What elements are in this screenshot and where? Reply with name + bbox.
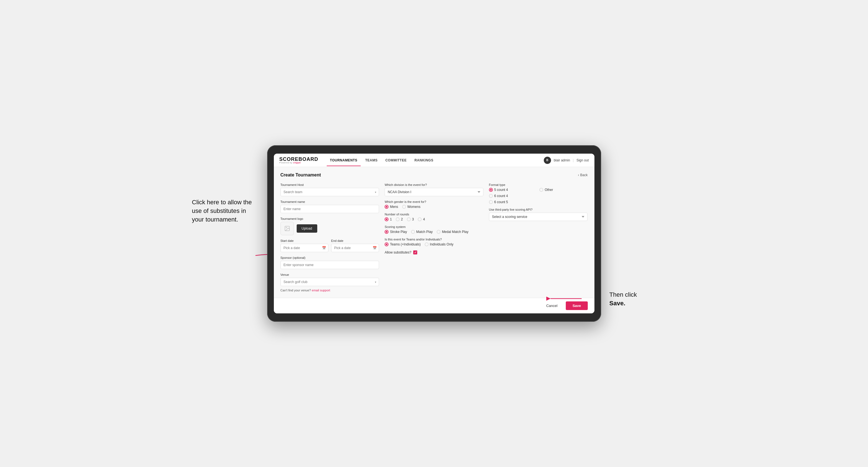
rounds-1-radio[interactable] bbox=[384, 217, 389, 221]
individuals-only-option[interactable]: Individuals Only bbox=[425, 242, 454, 246]
allow-substitutes-checkbox[interactable] bbox=[413, 250, 417, 255]
format-6count4-option[interactable]: 6 count 4 bbox=[489, 194, 537, 198]
rounds-label: Number of rounds bbox=[384, 213, 484, 216]
individuals-only-radio[interactable] bbox=[425, 242, 429, 246]
medal-match-play-option[interactable]: Medal Match Play bbox=[437, 230, 468, 234]
format-other-option[interactable]: Other bbox=[539, 188, 587, 192]
scoring-api-select[interactable]: Select a scoring service bbox=[489, 213, 588, 221]
teams-individuals-option[interactable]: Teams (+Individuals) bbox=[384, 242, 421, 246]
format-6count4-radio[interactable] bbox=[489, 194, 493, 198]
format-type-label: Format type bbox=[489, 183, 588, 186]
event-type-group: Is this event for Teams and/or Individua… bbox=[384, 238, 484, 246]
end-date-wrap: 📅 bbox=[331, 244, 379, 252]
rounds-1-option[interactable]: 1 bbox=[384, 217, 392, 221]
nav-teams[interactable]: TEAMS bbox=[362, 154, 381, 166]
match-play-radio[interactable] bbox=[411, 230, 415, 234]
end-date-input[interactable] bbox=[331, 244, 379, 252]
navbar: SCOREBOARD Powered by clippd TOURNAMENTS… bbox=[274, 154, 594, 167]
gender-mens-option[interactable]: Mens bbox=[384, 205, 398, 209]
tournament-logo-group: Tournament logo Upload bbox=[281, 217, 379, 235]
annotation-left: Click here to allow the use of substitut… bbox=[192, 198, 256, 224]
gender-radio-group: Mens Womens bbox=[384, 205, 484, 209]
nav-links: TOURNAMENTS TEAMS COMMITTEE RANKINGS bbox=[327, 154, 544, 166]
sponsor-input[interactable] bbox=[281, 261, 379, 269]
page-header: Create Tournament ‹ Back bbox=[281, 173, 588, 178]
form-footer: Cancel Save bbox=[274, 298, 594, 313]
form-middle-section: Which division is the event for? NCAA Di… bbox=[384, 183, 484, 292]
rounds-3-label: 3 bbox=[412, 217, 414, 221]
rounds-4-option[interactable]: 4 bbox=[418, 217, 425, 221]
rounds-3-radio[interactable] bbox=[407, 217, 411, 221]
back-link[interactable]: ‹ Back bbox=[578, 173, 588, 177]
format-6count5-option[interactable]: 6 count 5 bbox=[489, 200, 537, 204]
stroke-play-radio[interactable] bbox=[384, 230, 389, 234]
logo-placeholder bbox=[281, 222, 294, 235]
main-content: Create Tournament ‹ Back Tournament Host bbox=[274, 167, 594, 298]
gender-womens-radio[interactable] bbox=[402, 205, 406, 209]
venue-input[interactable] bbox=[281, 278, 379, 286]
rounds-radio-group: 1 2 3 bbox=[384, 217, 484, 221]
nav-committee[interactable]: COMMITTEE bbox=[382, 154, 410, 166]
allow-substitutes-checkbox-group: Allow substitutes? bbox=[384, 250, 484, 255]
nav-right: B blair admin | Sign out bbox=[544, 157, 589, 164]
format-5count4-option[interactable]: 5 count 4 bbox=[489, 188, 537, 192]
tournament-name-group: Tournament name bbox=[281, 200, 379, 213]
scoring-system-group: Scoring system Stroke Play Match Play bbox=[384, 225, 484, 234]
medal-match-play-label: Medal Match Play bbox=[442, 230, 468, 234]
rounds-3-option[interactable]: 3 bbox=[407, 217, 414, 221]
tablet-screen: SCOREBOARD Powered by clippd TOURNAMENTS… bbox=[274, 154, 594, 313]
annotation-right: Then click Save. bbox=[610, 290, 662, 308]
division-group: Which division is the event for? NCAA Di… bbox=[384, 183, 484, 196]
sign-out-link[interactable]: Sign out bbox=[576, 158, 589, 162]
form-right-section: Format type 5 count 4 Other bbox=[489, 183, 588, 292]
allow-substitutes-group: Allow substitutes? bbox=[384, 250, 484, 255]
venue-chevron-icon: ▾ bbox=[375, 281, 376, 284]
nav-tournaments[interactable]: TOURNAMENTS bbox=[327, 154, 361, 166]
match-play-option[interactable]: Match Play bbox=[411, 230, 433, 234]
gender-womens-label: Womens bbox=[407, 205, 421, 209]
tournament-name-input[interactable] bbox=[281, 205, 379, 213]
match-play-label: Match Play bbox=[416, 230, 433, 234]
format-other-radio[interactable] bbox=[539, 188, 543, 192]
format-options: 5 count 4 Other 6 count 4 bbox=[489, 188, 588, 204]
logo-upload-area: Upload bbox=[281, 222, 379, 235]
rounds-2-radio[interactable] bbox=[396, 217, 400, 221]
end-date-group: End date 📅 bbox=[331, 239, 379, 252]
format-5count4-radio[interactable] bbox=[489, 188, 493, 192]
scoring-api-group: Use third-party live scoring API? Select… bbox=[489, 208, 588, 221]
teams-individuals-radio[interactable] bbox=[384, 242, 389, 246]
calendar-icon: 📅 bbox=[322, 246, 326, 250]
nav-separator: | bbox=[573, 158, 574, 162]
rounds-2-label: 2 bbox=[401, 217, 403, 221]
tournament-host-input[interactable] bbox=[281, 188, 379, 196]
gender-mens-radio[interactable] bbox=[384, 205, 389, 209]
logo-powered: Powered by clippd bbox=[279, 162, 318, 164]
logo-area: SCOREBOARD Powered by clippd bbox=[279, 157, 318, 164]
nav-rankings[interactable]: RANKINGS bbox=[411, 154, 437, 166]
stroke-play-option[interactable]: Stroke Play bbox=[384, 230, 407, 234]
stroke-play-label: Stroke Play bbox=[390, 230, 407, 234]
gender-womens-option[interactable]: Womens bbox=[402, 205, 421, 209]
gender-mens-label: Mens bbox=[390, 205, 398, 209]
calendar-end-icon: 📅 bbox=[373, 246, 377, 250]
back-chevron-icon: ‹ bbox=[578, 173, 579, 177]
medal-match-play-radio[interactable] bbox=[437, 230, 440, 234]
rounds-4-radio[interactable] bbox=[418, 217, 422, 221]
scoring-system-radio-group: Stroke Play Match Play Medal Match Play bbox=[384, 230, 484, 234]
format-6count5-label: 6 count 5 bbox=[494, 200, 508, 204]
gender-label: Which gender is the event for? bbox=[384, 200, 484, 204]
tournament-logo-label: Tournament logo bbox=[281, 217, 379, 220]
rounds-2-option[interactable]: 2 bbox=[396, 217, 403, 221]
start-date-group: Start date 📅 bbox=[281, 239, 329, 252]
individuals-only-label: Individuals Only bbox=[430, 242, 454, 246]
rounds-group: Number of rounds 1 2 bbox=[384, 213, 484, 221]
gender-group: Which gender is the event for? Mens Wome… bbox=[384, 200, 484, 209]
format-6count5-radio[interactable] bbox=[489, 200, 493, 204]
tournament-host-label: Tournament Host bbox=[281, 183, 379, 186]
venue-group: Venue ▾ Can't find your venue? email sup… bbox=[281, 273, 379, 292]
division-select[interactable]: NCAA Division I bbox=[384, 188, 484, 196]
start-date-input[interactable] bbox=[281, 244, 329, 252]
page-title: Create Tournament bbox=[281, 173, 321, 178]
upload-button[interactable]: Upload bbox=[297, 224, 317, 233]
email-support-link[interactable]: email support bbox=[312, 289, 330, 292]
